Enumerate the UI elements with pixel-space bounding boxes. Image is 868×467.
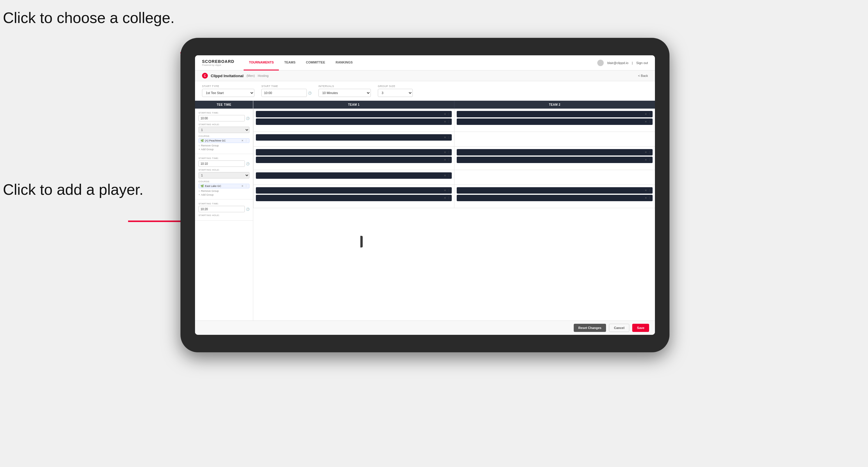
slot-expand-icon-5[interactable]: ⋮ xyxy=(447,136,450,139)
slot-expand-icon-9[interactable]: ⋮ xyxy=(648,158,651,161)
group-size-select[interactable]: 3 xyxy=(378,89,413,97)
starting-hole-label-1: STARTING HOLE: xyxy=(198,123,249,126)
slot-x-icon-2[interactable]: ✕ xyxy=(444,120,446,123)
slot-x-icon[interactable]: ✕ xyxy=(444,113,446,116)
player-slot-4-1[interactable]: ✕ ⋮ xyxy=(457,149,653,155)
group-row-1: ✕ ⋮ ✕ ⋮ ✕ ⋮ ✕ xyxy=(253,108,655,132)
course-adjust-1[interactable]: ⋮ xyxy=(245,139,247,142)
nav-separator: | xyxy=(632,61,633,65)
slot-x-icon-9[interactable]: ✕ xyxy=(645,158,647,161)
slot-expand-icon-14[interactable]: ⋮ xyxy=(648,196,651,199)
tournament-icon: C xyxy=(202,73,208,79)
tablet-screen: SCOREBOARD Powered by clippd TOURNAMENTS… xyxy=(195,55,655,335)
slot-expand-icon-8[interactable]: ⋮ xyxy=(648,151,651,154)
course-tag-1[interactable]: 🌿 (A) Peachtree GC ✕ ⋮ xyxy=(198,138,249,143)
team1-cell-2: ✕ ⋮ ✕ ⋮ xyxy=(253,147,454,170)
slot-expand-icon-11[interactable]: ⋮ xyxy=(447,189,450,192)
bottom-bar: Reset Changes Cancel Save xyxy=(195,320,655,335)
player-slot-2-2[interactable]: ✕ ⋮ xyxy=(457,119,653,125)
team1-cell-1b: ✕ ⋮ xyxy=(253,132,454,147)
group-row-2: ✕ ⋮ ✕ ⋮ ✕ ⋮ ✕ xyxy=(253,147,655,170)
course-label-1: COURSE: xyxy=(198,135,249,137)
slot-x-icon-11[interactable]: ✕ xyxy=(444,189,446,192)
slot-expand-icon-7[interactable]: ⋮ xyxy=(447,158,450,161)
start-time-input[interactable] xyxy=(261,89,307,97)
group-row-1b: ✕ ⋮ xyxy=(253,132,655,147)
course-remove-2[interactable]: ✕ xyxy=(241,185,244,187)
starting-time-label-3: STARTING TIME: xyxy=(198,203,249,205)
player-slot-4-2[interactable]: ✕ ⋮ xyxy=(457,157,653,163)
player-slot-5-2[interactable]: ✕ ⋮ xyxy=(256,195,452,201)
group-row-2b: ✕ ⋮ xyxy=(253,170,655,185)
save-button[interactable]: Save xyxy=(632,324,649,332)
remove-group-link-1[interactable]: ○Remove Group xyxy=(198,144,249,147)
slot-x-icon-4[interactable]: ✕ xyxy=(645,120,647,123)
team2-column-header: Team 2 xyxy=(454,101,655,108)
add-group-link-2[interactable]: +Add Group xyxy=(198,193,249,196)
slot-x-icon-7[interactable]: ✕ xyxy=(444,158,446,161)
slot-expand-icon[interactable]: ⋮ xyxy=(447,113,450,116)
slot-x-icon-8[interactable]: ✕ xyxy=(645,151,647,154)
starting-hole-label-3: STARTING HOLE: xyxy=(198,214,249,217)
clock-icon-3: 🕐 xyxy=(246,208,249,211)
annotation-add-player: Click to add a player. xyxy=(3,181,144,198)
slot-expand-icon-13[interactable]: ⋮ xyxy=(648,189,651,192)
slot-x-icon-13[interactable]: ✕ xyxy=(645,189,647,192)
remove-group-link-2[interactable]: ○Remove Group xyxy=(198,190,249,192)
slot-x-icon-5[interactable]: ✕ xyxy=(444,136,446,139)
tablet-side-button xyxy=(360,236,363,247)
slot-x-icon-12[interactable]: ✕ xyxy=(444,196,446,199)
start-time-label: Start Time xyxy=(261,85,311,88)
nav-item-committee[interactable]: COMMITTEE xyxy=(301,55,330,70)
starting-hole-select-2[interactable]: 1 xyxy=(198,172,249,179)
nav-item-teams[interactable]: TEAMS xyxy=(279,55,301,70)
starting-time-input-3[interactable] xyxy=(198,206,245,212)
slot-expand-icon-6[interactable]: ⋮ xyxy=(447,151,450,154)
player-slot-2b-1[interactable]: ✕ ⋮ xyxy=(256,173,452,179)
player-slot-1b-1[interactable]: ✕ ⋮ xyxy=(256,134,452,141)
player-slot-2-1[interactable]: ✕ ⋮ xyxy=(457,111,653,117)
intervals-select[interactable]: 10 Minutes xyxy=(318,89,371,97)
gender-label: (Men) xyxy=(247,74,255,77)
course-name-1: (A) Peachtree GC xyxy=(205,139,226,142)
player-slot-5-1[interactable]: ✕ ⋮ xyxy=(256,187,452,194)
course-remove-1[interactable]: ✕ xyxy=(241,139,244,142)
tee-sidebar: Tee Time STARTING TIME: 🕐 STARTING HOLE:… xyxy=(195,101,253,320)
player-slot-1-1[interactable]: ✕ ⋮ xyxy=(256,111,452,117)
cancel-button[interactable]: Cancel xyxy=(609,324,629,332)
reset-changes-button[interactable]: Reset Changes xyxy=(574,324,606,332)
starting-hole-select-1[interactable]: 1 xyxy=(198,127,249,133)
starting-time-input-1[interactable] xyxy=(198,115,245,121)
player-slot-6-2[interactable]: ✕ ⋮ xyxy=(457,195,653,201)
course-tag-2[interactable]: 🌿 East Lake GC ✕ ⋮ xyxy=(198,184,249,188)
sign-out-link[interactable]: Sign out xyxy=(636,61,648,65)
slot-expand-icon-4[interactable]: ⋮ xyxy=(648,120,651,123)
slot-expand-icon-2[interactable]: ⋮ xyxy=(447,120,450,123)
slot-expand-icon-12[interactable]: ⋮ xyxy=(447,196,450,199)
slot-x-icon-6[interactable]: ✕ xyxy=(444,151,446,154)
team1-column-header: Team 1 xyxy=(253,101,454,108)
slot-expand-icon-3[interactable]: ⋮ xyxy=(648,113,651,116)
player-slot-3-1[interactable]: ✕ ⋮ xyxy=(256,149,452,155)
start-type-select[interactable]: 1st Tee Start xyxy=(202,89,254,97)
nav-item-rankings[interactable]: RANKINGS xyxy=(330,55,358,70)
slot-x-icon-14[interactable]: ✕ xyxy=(645,196,647,199)
player-slot-6-1[interactable]: ✕ ⋮ xyxy=(457,187,653,194)
back-button[interactable]: < Back xyxy=(638,74,648,77)
slot-x-icon-3[interactable]: ✕ xyxy=(645,113,647,116)
starting-time-label-1: STARTING TIME: xyxy=(198,112,249,114)
starting-time-input-2[interactable] xyxy=(198,160,245,167)
clock-icon-1: 🕐 xyxy=(246,117,249,120)
course-label-2: COURSE: xyxy=(198,180,249,183)
course-adjust-2[interactable]: ⋮ xyxy=(245,185,247,187)
player-slot-1-2[interactable]: ✕ ⋮ xyxy=(256,119,452,125)
nav-bar: SCOREBOARD Powered by clippd TOURNAMENTS… xyxy=(195,55,655,70)
add-group-link-1[interactable]: +Add Group xyxy=(198,148,249,151)
group-actions-2: ○Remove Group +Add Group xyxy=(198,190,249,196)
course-name-2: East Lake GC xyxy=(205,185,221,187)
player-slot-3-2[interactable]: ✕ ⋮ xyxy=(256,157,452,163)
slot-expand-icon-10[interactable]: ⋮ xyxy=(447,174,450,177)
slot-x-icon-10[interactable]: ✕ xyxy=(444,174,446,177)
user-avatar xyxy=(597,60,604,66)
nav-item-tournaments[interactable]: TOURNAMENTS xyxy=(244,55,279,70)
